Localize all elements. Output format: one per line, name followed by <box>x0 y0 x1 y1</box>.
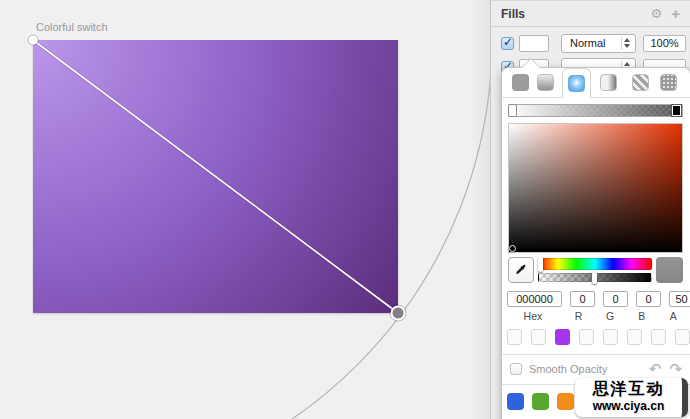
redo-icon[interactable]: ↷ <box>669 361 682 376</box>
sliders-row <box>508 257 683 283</box>
blend-mode-select[interactable]: Normal <box>561 34 636 53</box>
saved-swatch[interactable] <box>579 329 594 345</box>
preset-swatch-blue[interactable] <box>507 393 524 410</box>
saved-swatch-purple[interactable] <box>555 329 570 345</box>
gradient-stop-end[interactable] <box>672 105 681 116</box>
saved-swatch[interactable] <box>675 329 690 345</box>
eyedropper-icon <box>514 263 528 277</box>
panel-title: Fills <box>501 7 525 21</box>
hex-label: Hex <box>507 310 559 322</box>
fill-enabled-checkbox[interactable] <box>501 37 514 50</box>
gradient-end-handle[interactable] <box>392 307 405 320</box>
blue-input[interactable] <box>636 291 661 307</box>
red-input[interactable] <box>570 291 595 307</box>
green-label: G <box>598 310 622 322</box>
color-cursor[interactable] <box>509 245 516 252</box>
color-fields-row <box>507 291 685 307</box>
saturation-brightness-picker[interactable] <box>508 123 683 253</box>
selected-tab-pill <box>562 68 591 98</box>
pattern-fill-tab[interactable] <box>632 74 649 91</box>
fill-opacity-field[interactable]: 100% <box>643 35 686 52</box>
alpha-slider-handle[interactable] <box>592 272 597 284</box>
alpha-input[interactable] <box>669 291 690 307</box>
gradient-radius-arc <box>0 0 490 419</box>
color-popover: Hex R G B A Smooth Opacity ↶ ↷ <box>501 67 690 419</box>
hex-input[interactable] <box>507 291 562 307</box>
gradient-stop-bar[interactable] <box>508 104 683 117</box>
undo-icon[interactable]: ↶ <box>649 361 662 376</box>
hue-slider-handle[interactable] <box>538 257 543 272</box>
alpha-label: A <box>661 310 685 322</box>
solid-fill-tab[interactable] <box>512 74 529 91</box>
smooth-opacity-checkbox[interactable] <box>510 363 522 375</box>
preset-swatch-orange[interactable] <box>557 393 574 410</box>
fill-opacity-value: 100% <box>651 37 679 49</box>
linear-gradient-tab[interactable] <box>537 74 554 91</box>
fill-type-tabs <box>502 68 690 98</box>
green-input[interactable] <box>603 291 628 307</box>
gradient-start-handle[interactable] <box>28 35 38 45</box>
angular-gradient-tab[interactable] <box>600 74 617 91</box>
saved-swatch[interactable] <box>507 329 522 345</box>
blue-label: B <box>630 310 654 322</box>
saved-swatch[interactable] <box>603 329 618 345</box>
saved-swatch[interactable] <box>651 329 666 345</box>
radial-gradient-tab[interactable] <box>568 75 585 92</box>
watermark: 思洋互动 www.ciya.cn <box>575 378 688 417</box>
gear-icon[interactable]: ⚙ <box>651 7 663 20</box>
eyedropper-button[interactable] <box>508 257 534 283</box>
gradient-handles-overlay <box>0 0 490 419</box>
gradient-axis-line[interactable] <box>33 40 398 313</box>
fills-header: Fills ⚙ + <box>491 1 690 27</box>
saved-swatch[interactable] <box>531 329 546 345</box>
plus-icon[interactable]: + <box>671 7 680 20</box>
watermark-line1: 思洋互动 <box>575 379 682 399</box>
red-label: R <box>567 310 591 322</box>
alpha-slider[interactable] <box>538 273 652 282</box>
canvas-area[interactable]: Colorful switch <box>0 0 490 419</box>
preset-swatch-green[interactable] <box>532 393 549 410</box>
saved-swatch-grid <box>507 329 690 345</box>
gradient-stop-start[interactable] <box>508 104 517 117</box>
fill-color-swatch-button[interactable] <box>519 35 549 52</box>
smooth-opacity-label: Smooth Opacity <box>529 363 641 375</box>
watermark-line2: www.ciya.cn <box>575 399 682 413</box>
stepper-arrows-icon[interactable] <box>621 37 632 50</box>
saved-swatch[interactable] <box>627 329 642 345</box>
blend-mode-value: Normal <box>570 37 605 49</box>
hue-slider[interactable] <box>538 258 652 270</box>
color-field-labels: Hex R G B A <box>507 310 685 322</box>
noise-fill-tab[interactable] <box>660 74 677 91</box>
current-color-swatch <box>656 257 683 283</box>
fill-row-1: Normal 100% <box>501 32 686 54</box>
